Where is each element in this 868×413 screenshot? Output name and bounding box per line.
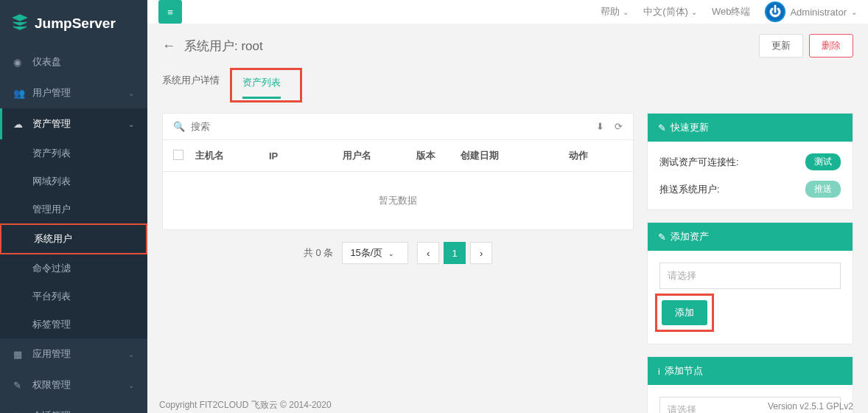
edit-icon: ✎: [13, 380, 27, 391]
hamburger-icon: ≡: [167, 7, 173, 18]
delete-button[interactable]: 删除: [809, 34, 853, 58]
back-button[interactable]: ←: [162, 38, 175, 54]
chevron-down-icon: ⌄: [128, 381, 134, 389]
test-button[interactable]: 测试: [805, 153, 841, 170]
cloud-icon: ☁: [13, 119, 27, 130]
sidebar-item-user-mgmt[interactable]: 👥 用户管理 ⌄: [0, 77, 147, 108]
chevron-down-icon: ⌄: [128, 350, 134, 358]
language-select[interactable]: 中文(简体) ⌄: [643, 5, 697, 18]
info-icon: i: [658, 366, 660, 377]
toggle-sidebar-button[interactable]: ≡: [158, 0, 182, 24]
test-connectivity-label: 测试资产可连接性:: [659, 156, 739, 169]
tab-asset-list[interactable]: 资产列表: [242, 70, 281, 99]
add-asset-button[interactable]: 添加: [662, 300, 707, 325]
highlight-add-button: 添加: [655, 294, 714, 332]
dashboard-icon: ◉: [13, 57, 27, 68]
download-button[interactable]: ⬇: [596, 121, 604, 132]
chevron-down-icon: ⌄: [128, 120, 134, 128]
panel-title: 快速更新: [671, 121, 709, 134]
topbar: ≡ 帮助 ⌄ 中文(简体) ⌄ Web终端 ⏻ Administrator ⌄: [147, 0, 868, 24]
sidebar-item-platform-list[interactable]: 平台列表: [0, 282, 147, 310]
search-bar: 🔍 ⬇ ⟳: [162, 113, 634, 140]
sidebar-item-app-mgmt[interactable]: ▦ 应用管理 ⌄: [0, 339, 147, 369]
prev-page-button[interactable]: ‹: [417, 242, 439, 264]
sidebar-item-system-user[interactable]: 系统用户: [0, 223, 147, 254]
chevron-down-icon: ⌄: [388, 250, 394, 257]
sidebar-item-cmd-filter[interactable]: 命令过滤: [0, 254, 147, 282]
chevron-down-icon: ⌄: [851, 8, 857, 16]
chevron-down-icon: ⌄: [128, 89, 134, 97]
web-terminal-link[interactable]: Web终端: [712, 5, 751, 18]
users-icon: 👥: [13, 88, 27, 99]
col-action: 动作: [534, 149, 623, 162]
help-link[interactable]: 帮助 ⌄: [601, 5, 629, 18]
rocket-icon: ✈: [13, 411, 27, 414]
highlight-asset-tab: 资产列表: [230, 68, 302, 103]
power-icon: ⏻: [765, 1, 785, 22]
col-ver[interactable]: 版本: [416, 149, 461, 162]
page-number[interactable]: 1: [444, 242, 466, 264]
sidebar-item-admin-user[interactable]: 管理用户: [0, 195, 147, 223]
col-ip[interactable]: IP: [269, 150, 343, 162]
sidebar-item-session-mgmt[interactable]: ✈ 会话管理 ⌄: [0, 400, 147, 413]
sidebar-item-asset-list[interactable]: 资产列表: [0, 139, 147, 167]
sidebar-item-perm-mgmt[interactable]: ✎ 权限管理 ⌄: [0, 369, 147, 400]
tab-detail[interactable]: 系统用户详情: [162, 68, 220, 103]
search-input[interactable]: [191, 121, 596, 132]
empty-state: 暂无数据: [163, 172, 633, 229]
page-size-select[interactable]: 15条/页 ⌄: [342, 242, 408, 264]
footer-copyright: Copyright FIT2CLOUD 飞致云 © 2014-2020: [159, 399, 332, 412]
asset-table: 主机名 IP 用户名 版本 创建日期 动作 暂无数据: [162, 140, 634, 230]
page-total: 共 0 条: [304, 246, 333, 260]
push-user-label: 推送系统用户:: [659, 183, 720, 196]
main: ≡ 帮助 ⌄ 中文(简体) ⌄ Web终端 ⏻ Administrator ⌄: [147, 0, 868, 413]
logo-text: JumpServer: [35, 15, 116, 32]
select-all-checkbox[interactable]: [173, 150, 183, 160]
grid-icon: ▦: [13, 349, 27, 360]
page-header: ← 系统用户: root 更新 删除 系统用户详情 资产列表: [147, 24, 868, 103]
panel-title: 添加资产: [671, 230, 709, 243]
sidebar: JumpServer ◉ 仪表盘 👥 用户管理 ⌄ ☁ 资产管理 ⌄ 资产列表 …: [0, 0, 147, 413]
search-icon: 🔍: [173, 121, 185, 132]
footer-version: Version v2.5.1 GPLv2: [768, 401, 853, 412]
push-button[interactable]: 推送: [805, 181, 841, 198]
edit-icon: ✎: [658, 232, 666, 243]
col-host[interactable]: 主机名: [195, 149, 269, 162]
sidebar-item-label-mgmt[interactable]: 标签管理: [0, 310, 147, 339]
quick-update-panel: ✎ 快速更新 测试资产可连接性: 测试 推送系统用户: 推送: [647, 113, 853, 210]
add-asset-panel: ✎ 添加资产 请选择 添加: [647, 222, 853, 344]
logo-icon: [11, 13, 29, 33]
sidebar-item-dashboard[interactable]: ◉ 仪表盘: [0, 46, 147, 77]
pagination: 共 0 条 15条/页 ⌄ ‹ 1 ›: [162, 230, 634, 276]
page-title: 系统用户: root: [184, 38, 263, 55]
chevron-down-icon: ⌄: [623, 8, 629, 16]
refresh-button[interactable]: ⟳: [615, 121, 623, 132]
col-user[interactable]: 用户名: [343, 149, 416, 162]
asset-select[interactable]: 请选择: [659, 263, 841, 289]
sidebar-item-domain-list[interactable]: 网域列表: [0, 167, 147, 195]
asset-submenu: 资产列表 网域列表 管理用户 系统用户 命令过滤 平台列表 标签管理: [0, 139, 147, 339]
chevron-down-icon: ⌄: [691, 8, 697, 16]
update-button[interactable]: 更新: [759, 34, 803, 58]
edit-icon: ✎: [658, 122, 666, 133]
col-date[interactable]: 创建日期: [461, 149, 534, 162]
logo[interactable]: JumpServer: [0, 0, 147, 46]
user-menu[interactable]: ⏻ Administrator ⌄: [765, 1, 857, 22]
panel-title: 添加节点: [665, 364, 703, 378]
next-page-button[interactable]: ›: [470, 242, 492, 264]
tabs: 系统用户详情 资产列表: [162, 68, 853, 103]
sidebar-item-asset-mgmt[interactable]: ☁ 资产管理 ⌄: [0, 108, 147, 139]
